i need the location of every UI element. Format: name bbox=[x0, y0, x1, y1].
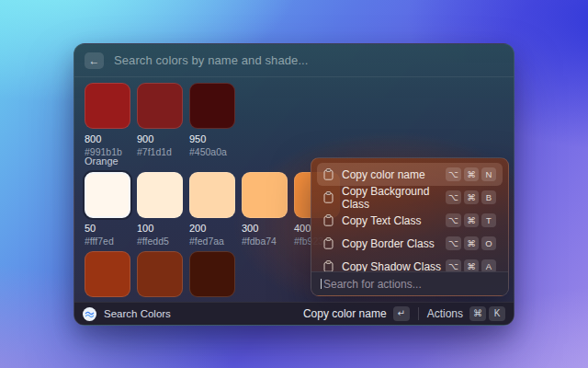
option-key: ⌥ bbox=[446, 236, 461, 250]
clipboard-icon bbox=[323, 168, 334, 180]
k-key: K bbox=[489, 306, 505, 321]
search-header: ← Search colors by name and shade... bbox=[74, 44, 514, 77]
command-key: ⌘ bbox=[464, 190, 479, 204]
actions-search-bar: Search for actions... bbox=[311, 271, 508, 295]
orange-dark-shades-row bbox=[85, 251, 242, 297]
text-caret bbox=[321, 279, 322, 289]
option-key: ⌥ bbox=[446, 190, 461, 204]
actions-shortcut: ⌘ K bbox=[469, 306, 505, 321]
shade-label: 300 bbox=[242, 223, 288, 234]
return-key-icon: ↵ bbox=[393, 306, 410, 321]
hex-label: #ffedd5 bbox=[137, 236, 183, 247]
menu-item-label: Copy Border Class bbox=[342, 237, 435, 250]
color-swatch-orange-900[interactable] bbox=[137, 251, 183, 297]
color-swatch-red-950[interactable] bbox=[189, 83, 235, 129]
option-key: ⌥ bbox=[446, 167, 461, 181]
color-swatch-cell: 50 #fff7ed bbox=[85, 172, 130, 247]
shade-label: 50 bbox=[85, 223, 130, 234]
color-swatch-orange-200[interactable] bbox=[189, 172, 235, 218]
back-arrow-icon: ← bbox=[89, 54, 100, 67]
desktop-background: ← Search colors by name and shade... 800… bbox=[0, 0, 588, 368]
menu-item-copy-color-name[interactable]: Copy color name ⌥ ⌘ N bbox=[317, 163, 503, 186]
clipboard-icon bbox=[323, 191, 334, 203]
footer-divider bbox=[418, 307, 419, 320]
shade-label: 900 bbox=[137, 133, 183, 144]
color-swatch-red-900[interactable] bbox=[137, 83, 183, 129]
letter-key: O bbox=[481, 236, 496, 250]
clipboard-icon bbox=[323, 237, 334, 249]
command-key: ⌘ bbox=[464, 167, 479, 181]
letter-key: N bbox=[481, 167, 496, 181]
color-swatch-red-800[interactable] bbox=[85, 83, 130, 129]
red-shades-row: 800 #991b1b 900 #7f1d1d 950 #450a0a bbox=[85, 83, 242, 157]
letter-key: T bbox=[481, 213, 496, 227]
color-swatch-orange-300[interactable] bbox=[242, 172, 288, 218]
window-footer: Search Colors Copy color name ↵ Actions … bbox=[74, 302, 514, 325]
hex-label: #7f1d1d bbox=[137, 146, 183, 157]
option-key: ⌥ bbox=[446, 213, 461, 227]
shade-label: 200 bbox=[189, 223, 235, 234]
color-swatch-orange-100[interactable] bbox=[137, 172, 183, 218]
extension-identity: Search Colors bbox=[83, 307, 171, 321]
menu-item-label: Copy color name bbox=[342, 168, 425, 181]
color-swatch-cell: 800 #991b1b bbox=[85, 83, 130, 157]
command-key: ⌘ bbox=[464, 236, 479, 250]
back-button[interactable]: ← bbox=[85, 52, 104, 69]
actions-search-input[interactable]: Search for actions... bbox=[323, 278, 422, 291]
command-key: ⌘ bbox=[464, 213, 479, 227]
color-swatch-cell: 900 #7f1d1d bbox=[137, 83, 183, 157]
shade-label: 800 bbox=[85, 133, 130, 144]
color-swatch-cell bbox=[189, 251, 235, 297]
menu-item-label: Copy Background Class bbox=[342, 185, 446, 211]
hex-label: #fed7aa bbox=[189, 236, 235, 247]
color-swatch-cell: 950 #450a0a bbox=[189, 83, 235, 157]
primary-action-button[interactable]: Copy color name bbox=[303, 307, 387, 320]
search-input[interactable]: Search colors by name and shade... bbox=[114, 53, 309, 67]
color-swatch-cell bbox=[85, 251, 130, 297]
color-swatch-orange-50-selected[interactable] bbox=[85, 172, 130, 218]
menu-item-copy-text-class[interactable]: Copy Text Class ⌥ ⌘ T bbox=[317, 209, 503, 232]
color-swatch-cell: 100 #ffedd5 bbox=[137, 172, 183, 247]
orange-light-shades-row: 50 #fff7ed 100 #ffedd5 200 #fed7aa 300 #… bbox=[85, 172, 346, 247]
app-name-label: Search Colors bbox=[104, 308, 171, 319]
footer-actions: Copy color name ↵ Actions ⌘ K bbox=[303, 306, 505, 321]
color-swatch-cell bbox=[137, 251, 183, 297]
actions-button[interactable]: Actions bbox=[427, 307, 463, 320]
color-swatch-cell: 200 #fed7aa bbox=[189, 172, 235, 247]
clipboard-icon bbox=[323, 214, 334, 226]
menu-item-label: Copy Text Class bbox=[342, 214, 421, 227]
shortcut-keys: ⌥ ⌘ N bbox=[446, 167, 496, 181]
search-colors-logo-icon bbox=[83, 307, 96, 321]
search-colors-window: ← Search colors by name and shade... 800… bbox=[74, 43, 514, 326]
shortcut-keys: ⌥ ⌘ O bbox=[446, 236, 496, 250]
hex-label: #450a0a bbox=[189, 146, 235, 157]
letter-key: B bbox=[481, 190, 496, 204]
shade-label: 100 bbox=[137, 223, 183, 234]
actions-menu-items: Copy color name ⌥ ⌘ N Copy Background Cl… bbox=[311, 158, 508, 282]
shortcut-keys: ⌥ ⌘ B bbox=[446, 190, 496, 204]
menu-item-copy-border-class[interactable]: Copy Border Class ⌥ ⌘ O bbox=[317, 232, 503, 255]
command-key: ⌘ bbox=[469, 306, 486, 321]
color-swatch-orange-950[interactable] bbox=[189, 251, 235, 297]
shortcut-keys: ⌥ ⌘ T bbox=[446, 213, 496, 227]
shade-label: 950 bbox=[189, 133, 235, 144]
hex-label: #fdba74 bbox=[242, 236, 288, 247]
color-swatch-orange-800[interactable] bbox=[85, 251, 130, 297]
color-swatch-cell: 300 #fdba74 bbox=[242, 172, 288, 247]
actions-menu: Copy color name ⌥ ⌘ N Copy Background Cl… bbox=[311, 157, 509, 296]
hex-label: #fff7ed bbox=[85, 236, 130, 247]
section-label-orange: Orange bbox=[85, 155, 119, 167]
menu-item-copy-background-class[interactable]: Copy Background Class ⌥ ⌘ B bbox=[317, 186, 503, 209]
